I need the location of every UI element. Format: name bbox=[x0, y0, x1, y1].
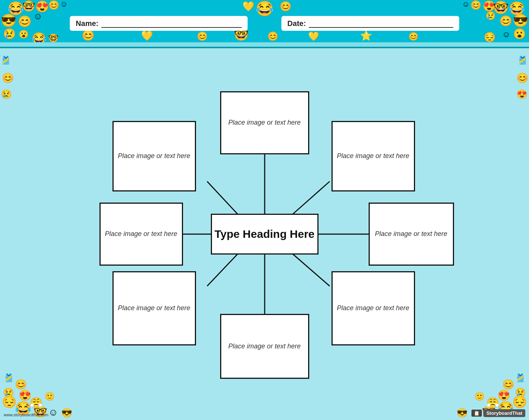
header-fields: Name: Date: bbox=[53, 16, 476, 31]
satellite-bottom-left[interactable]: Place image or text here bbox=[112, 271, 196, 345]
satellite-left[interactable]: Place image or text here bbox=[99, 203, 183, 266]
satellite-top-right-text: Place image or text here bbox=[337, 151, 409, 161]
satellite-bottom-right[interactable]: Place image or text here bbox=[332, 271, 415, 345]
satellite-left-text: Place image or text here bbox=[105, 229, 177, 239]
side-emoji-right-2: 😊 bbox=[516, 72, 528, 84]
main-content: 🎽 😊 😢 🎽 😊 😍 Type Head bbox=[0, 48, 529, 420]
satellite-right-text: Place image or text here bbox=[375, 229, 447, 239]
satellite-top-text: Place image or text here bbox=[228, 118, 301, 127]
footer-brand: 📋 StoryboardThat bbox=[471, 409, 525, 417]
svg-line-5 bbox=[207, 249, 242, 286]
footer-website: www.storyboardthat.com bbox=[4, 413, 48, 417]
satellite-top-left-text: Place image or text here bbox=[118, 151, 190, 161]
satellite-top[interactable]: Place image or text here bbox=[220, 91, 309, 154]
storyboard-label: StoryboardThat bbox=[483, 409, 525, 417]
name-line bbox=[101, 19, 242, 28]
header-emoji-center2: 💛 bbox=[242, 1, 254, 12]
satellite-bottom-right-text: Place image or text here bbox=[337, 303, 409, 313]
header-accent: 😊 💛 😊 🤓 😊 💛 ⭐ 😊 bbox=[0, 42, 529, 47]
svg-line-7 bbox=[287, 249, 330, 286]
side-emoji-right-1: 🎽 bbox=[517, 56, 528, 65]
header-emoji-center3: 😊 bbox=[280, 1, 291, 12]
side-emoji-left-1: 🎽 bbox=[1, 56, 11, 65]
side-emoji-left-3: 😢 bbox=[1, 89, 12, 99]
satellite-bottom-left-text: Place image or text here bbox=[118, 303, 190, 313]
satellite-top-right[interactable]: Place image or text here bbox=[332, 121, 415, 191]
name-field-group[interactable]: Name: bbox=[70, 16, 248, 31]
header-emoji-center: 😂 bbox=[255, 0, 274, 17]
satellite-right[interactable]: Place image or text here bbox=[369, 203, 454, 266]
side-emoji-right-3: 😍 bbox=[516, 89, 528, 99]
bottom-left-emoji-cluster: 🎽 😊 😢 😍 😔 😂 🤓 ☺️ 😎 😤 🙂 bbox=[0, 353, 82, 420]
satellite-bottom[interactable]: Place image or text here bbox=[220, 314, 309, 379]
date-field-group[interactable]: Date: bbox=[281, 16, 459, 31]
header: 😂 🤓 😍 😊 ☺️ 😎 😊 ☺️ 😢 😮 😂 🤓 😂 💛 😊 ☺️ 😊 😍 🤓… bbox=[0, 0, 529, 48]
name-label: Name: bbox=[76, 19, 98, 28]
date-line bbox=[309, 19, 453, 28]
spider-map: Type Heading Here Place image or text he… bbox=[98, 89, 432, 379]
footer-icon: 📋 bbox=[471, 410, 482, 417]
satellite-bottom-text: Place image or text here bbox=[228, 342, 301, 351]
date-label: Date: bbox=[287, 19, 306, 28]
center-box-text: Type Heading Here bbox=[215, 228, 315, 240]
satellite-top-left[interactable]: Place image or text here bbox=[112, 121, 196, 191]
center-box[interactable]: Type Heading Here bbox=[211, 214, 319, 255]
side-emoji-left-2: 😊 bbox=[2, 72, 14, 84]
